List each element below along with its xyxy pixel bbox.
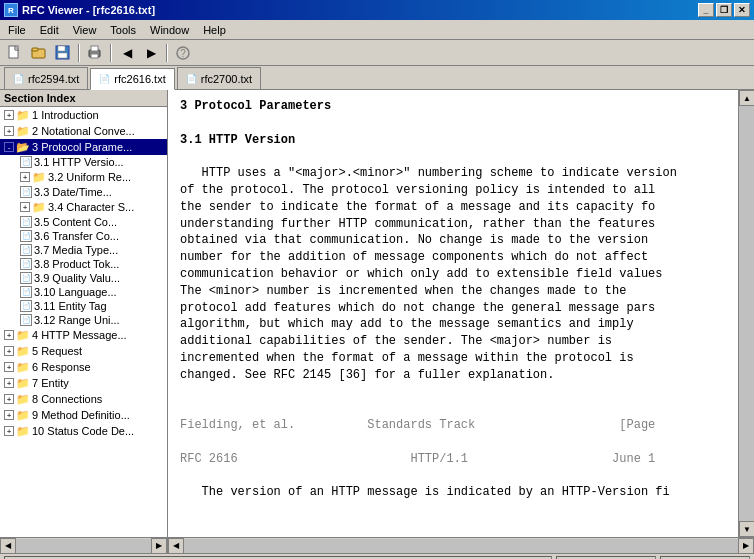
tab-rfc2700[interactable]: 📄 rfc2700.txt	[177, 67, 261, 89]
expand-icon[interactable]: +	[4, 378, 14, 388]
expand-icon[interactable]: -	[4, 142, 14, 152]
tab-rfc2616[interactable]: 📄 rfc2616.txt	[90, 68, 174, 90]
hscroll-left-button[interactable]: ◀	[0, 538, 16, 554]
forward-button[interactable]: ▶	[140, 42, 162, 64]
menu-tools[interactable]: Tools	[104, 22, 142, 38]
folder-icon: 📁	[32, 200, 46, 214]
expand-icon[interactable]: +	[4, 110, 14, 120]
back-button[interactable]: ◀	[116, 42, 138, 64]
sidebar-item-method[interactable]: + 📁 9 Method Definitio...	[0, 407, 167, 423]
minimize-button[interactable]: _	[698, 3, 714, 17]
bottom-scrollbar-bar: ◀ ▶ ◀ ▶	[0, 537, 754, 553]
toolbar-sep-1	[78, 44, 80, 62]
svg-rect-5	[58, 46, 65, 51]
expand-icon[interactable]: +	[4, 410, 14, 420]
folder-icon: 📁	[16, 424, 30, 438]
menu-bar: File Edit View Tools Window Help	[0, 20, 754, 40]
sidebar-item-3-5[interactable]: 📄 3.5 Content Co...	[0, 215, 167, 229]
print-button[interactable]	[84, 42, 106, 64]
svg-rect-6	[58, 53, 67, 58]
sidebar-item-protocol[interactable]: - 📂 3 Protocol Parame...	[0, 139, 167, 155]
save-button[interactable]	[52, 42, 74, 64]
sidebar-item-3-7[interactable]: 📄 3.7 Media Type...	[0, 243, 167, 257]
menu-edit[interactable]: Edit	[34, 22, 65, 38]
hscroll-content-right[interactable]: ▶	[738, 538, 754, 554]
svg-text:?: ?	[180, 48, 186, 59]
sidebar-item-entity[interactable]: + 📁 7 Entity	[0, 375, 167, 391]
sidebar-item-response[interactable]: + 📁 6 Response	[0, 359, 167, 375]
expand-icon[interactable]: +	[4, 426, 14, 436]
expand-icon[interactable]: +	[4, 346, 14, 356]
sidebar-item-request[interactable]: + 📁 5 Request	[0, 343, 167, 359]
sidebar-item-3-11[interactable]: 📄 3.11 Entity Tag	[0, 299, 167, 313]
folder-icon: 📁	[16, 328, 30, 342]
status-mode: Mode: Original	[660, 556, 750, 560]
expand-icon[interactable]: +	[4, 394, 14, 404]
folder-icon: 📁	[16, 376, 30, 390]
scroll-up-button[interactable]: ▲	[739, 90, 754, 106]
toolbar-sep-3	[166, 44, 168, 62]
hscroll-content-left[interactable]: ◀	[168, 538, 184, 554]
sidebar-item-3-6[interactable]: 📄 3.6 Transfer Co...	[0, 229, 167, 243]
title-bar: R RFC Viewer - [rfc2616.txt] _ ❐ ✕	[0, 0, 754, 20]
restore-button[interactable]: ❐	[716, 3, 732, 17]
right-scrollbar[interactable]: ▲ ▼	[738, 90, 754, 537]
menu-window[interactable]: Window	[144, 22, 195, 38]
help-button[interactable]: ?	[172, 42, 194, 64]
page-icon: 📄	[20, 314, 32, 326]
sidebar-item-introduction[interactable]: + 📁 1 Introduction	[0, 107, 167, 123]
sidebar-hscroll[interactable]: ◀ ▶	[0, 537, 168, 553]
hscroll-track-sidebar[interactable]	[16, 539, 151, 553]
page-icon: 📄	[20, 216, 32, 228]
content-area: 3 Protocol Parameters 3.1 HTTP Version H…	[168, 90, 738, 537]
sidebar-item-3-12[interactable]: 📄 3.12 Range Uni...	[0, 313, 167, 327]
scroll-track[interactable]	[739, 106, 754, 521]
expand-icon[interactable]: +	[4, 362, 14, 372]
scroll-down-button[interactable]: ▼	[739, 521, 754, 537]
sidebar-item-3-3[interactable]: 📄 3.3 Date/Time...	[0, 185, 167, 199]
subsection-heading: 3.1 HTTP Version	[180, 133, 295, 147]
page-icon: 📄	[20, 230, 32, 242]
hscroll-right-button[interactable]: ▶	[151, 538, 167, 554]
expand-icon[interactable]: +	[20, 202, 30, 212]
page-icon: 📄	[20, 258, 32, 270]
folder-icon: 📁	[16, 408, 30, 422]
expand-icon[interactable]: +	[20, 172, 30, 182]
open-button[interactable]	[28, 42, 50, 64]
page-icon: 📄	[20, 156, 32, 168]
menu-help[interactable]: Help	[197, 22, 232, 38]
sidebar-item-status-code[interactable]: + 📁 10 Status Code De...	[0, 423, 167, 439]
sidebar-item-3-2[interactable]: + 📁 3.2 Uniform Re...	[0, 169, 167, 185]
content-scroll[interactable]: 3 Protocol Parameters 3.1 HTTP Version H…	[168, 90, 738, 537]
sidebar-item-3-4[interactable]: + 📁 3.4 Character S...	[0, 199, 167, 215]
menu-file[interactable]: File	[2, 22, 32, 38]
page-icon: 📄	[20, 272, 32, 284]
tab-rfc2594[interactable]: 📄 rfc2594.txt	[4, 67, 88, 89]
svg-rect-8	[91, 46, 98, 51]
sidebar-item-3-8[interactable]: 📄 3.8 Product Tok...	[0, 257, 167, 271]
folder-icon: 📁	[16, 344, 30, 358]
menu-view[interactable]: View	[67, 22, 103, 38]
status-line: Line: 959/9860	[556, 556, 656, 560]
sidebar-item-3-9[interactable]: 📄 3.9 Quality Valu...	[0, 271, 167, 285]
sidebar-item-http-message[interactable]: + 📁 4 HTTP Message...	[0, 327, 167, 343]
page-icon: 📄	[20, 186, 32, 198]
sidebar-item-notational[interactable]: + 📁 2 Notational Conve...	[0, 123, 167, 139]
page-icon: 📄	[20, 300, 32, 312]
expand-icon[interactable]: +	[4, 330, 14, 340]
sidebar-item-connections[interactable]: + 📁 8 Connections	[0, 391, 167, 407]
folder-icon: 📁	[16, 392, 30, 406]
page-icon: 📄	[20, 244, 32, 256]
section-heading: 3 Protocol Parameters	[180, 99, 331, 113]
new-button[interactable]	[4, 42, 26, 64]
hscroll-track-content[interactable]	[184, 539, 738, 553]
folder-icon: 📁	[16, 360, 30, 374]
svg-rect-9	[91, 54, 98, 58]
content-hscroll[interactable]: ◀ ▶	[168, 537, 754, 553]
sidebar-content[interactable]: + 📁 1 Introduction + 📁 2 Notational Conv…	[0, 107, 167, 537]
sidebar-item-3-10[interactable]: 📄 3.10 Language...	[0, 285, 167, 299]
expand-icon[interactable]: +	[4, 126, 14, 136]
rfc-content: 3 Protocol Parameters 3.1 HTTP Version H…	[176, 94, 730, 505]
sidebar-item-3-1[interactable]: 📄 3.1 HTTP Versio...	[0, 155, 167, 169]
close-button[interactable]: ✕	[734, 3, 750, 17]
